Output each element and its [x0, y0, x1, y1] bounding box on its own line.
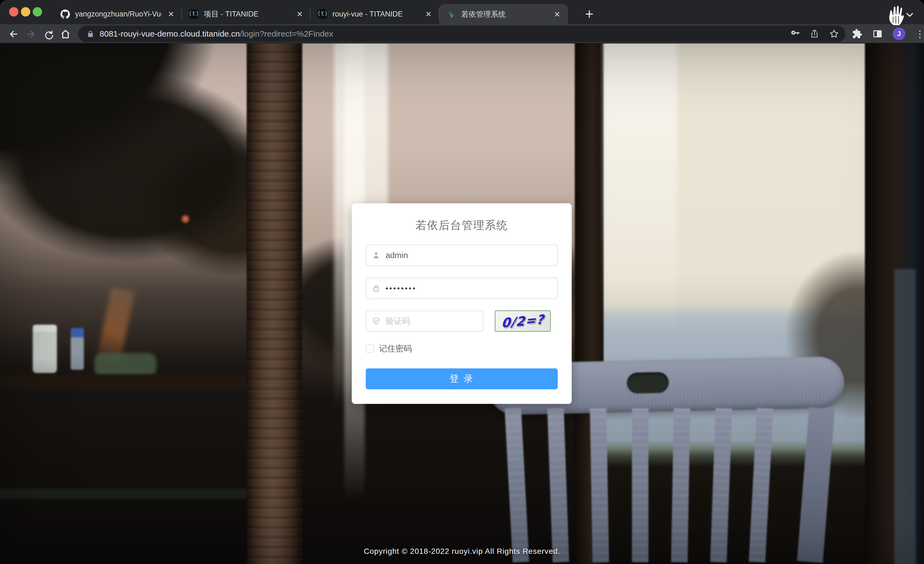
forward-icon[interactable] [24, 27, 38, 41]
tab-titanide-project[interactable]: ⟨t⟩ 项目 - TITANIDE ✕ [182, 4, 310, 24]
titanide-icon: ⟨t⟩ [318, 9, 327, 19]
lock-icon [372, 284, 381, 293]
browser-window: yangzongzhuan/RuoYi-Vue: (Ru ✕ ⟨t⟩ 项目 - … [0, 0, 924, 564]
tab-title: 若依管理系统 [461, 9, 548, 19]
login-title: 若依后台管理系统 [352, 218, 572, 233]
username-input[interactable] [381, 245, 557, 266]
macos-minimize-button[interactable] [21, 7, 30, 17]
chair-slat [590, 408, 609, 562]
bookmark-star-icon[interactable] [829, 29, 839, 39]
tab-titanide-rouyi-vue[interactable]: ⟨t⟩ rouyi-vue - TITANIDE ✕ [310, 4, 439, 24]
copyright-text: Copyright © 2018-2022 ruoyi.vip All Righ… [0, 547, 924, 556]
green-bag [94, 353, 156, 377]
captcha-input[interactable] [381, 311, 497, 331]
github-icon [60, 9, 70, 19]
remember-checkbox[interactable] [366, 344, 374, 353]
chair-slat [671, 408, 690, 562]
reload-icon[interactable] [42, 27, 55, 41]
password-field [366, 278, 558, 299]
side-panel-icon[interactable] [872, 29, 883, 39]
browser-toolbar: 8081-rouyi-vue-demo.cloud.titanide.cn/lo… [0, 24, 924, 44]
profile-avatar[interactable]: J [892, 27, 905, 40]
new-tab-button[interactable]: + [581, 6, 598, 23]
hand-cursor-icon [885, 2, 908, 29]
user-icon [372, 251, 381, 260]
url-text: 8081-rouyi-vue-demo.cloud.titanide.cn/lo… [99, 29, 333, 39]
close-icon[interactable]: ✕ [552, 10, 562, 19]
tab-title: rouyi-vue - TITANIDE [333, 10, 419, 18]
table-edge [0, 374, 249, 390]
bottle [70, 328, 84, 370]
captcha-text: 0/2=? [501, 312, 544, 331]
close-icon[interactable]: ✕ [166, 9, 176, 19]
lock-icon [86, 30, 94, 38]
close-icon[interactable]: ✕ [295, 9, 304, 19]
chair-slat [632, 408, 648, 562]
orange-light-blur [181, 215, 190, 223]
captcha-field [366, 311, 483, 331]
login-button[interactable]: 登 录 [366, 368, 558, 389]
page-viewport: 若依后台管理系统 0/2=? 记住密码 登 录 Copyri [0, 44, 924, 564]
home-icon[interactable] [59, 27, 72, 41]
remember-row: 记住密码 [366, 343, 412, 354]
shield-check-icon [372, 317, 381, 325]
share-icon[interactable] [810, 29, 819, 39]
macos-close-button[interactable] [9, 7, 18, 17]
paper-cup [33, 325, 57, 373]
ruoyi-leaf-icon [446, 9, 456, 19]
kebab-menu-icon[interactable]: ⋮ [915, 29, 924, 39]
tabs-container: yangzongzhuan/RuoYi-Vue: (Ru ✕ ⟨t⟩ 项目 - … [53, 4, 568, 24]
back-icon[interactable] [7, 27, 20, 41]
tab-title: yangzongzhuan/RuoYi-Vue: (Ru [75, 10, 161, 18]
extensions-puzzle-icon[interactable] [852, 29, 862, 39]
window-sill [0, 489, 249, 499]
tab-github-ruoyi-vue[interactable]: yangzongzhuan/RuoYi-Vue: (Ru ✕ [53, 4, 182, 24]
curtain-fold-right [604, 44, 677, 332]
blue-reflection-band [894, 269, 916, 564]
password-key-icon[interactable] [790, 29, 800, 39]
close-icon[interactable]: ✕ [424, 9, 433, 19]
password-input[interactable] [381, 278, 557, 298]
url-path: /login?redirect=%2Findex [240, 29, 333, 38]
tab-title: 项目 - TITANIDE [204, 9, 290, 19]
macos-zoom-button[interactable] [33, 7, 42, 17]
address-bar[interactable]: 8081-rouyi-vue-demo.cloud.titanide.cn/lo… [78, 26, 845, 42]
tab-ruoyi-admin-active[interactable]: 若依管理系统 ✕ [439, 4, 568, 25]
chair-handle-cutout [627, 372, 669, 394]
tab-strip: yangzongzhuan/RuoYi-Vue: (Ru ✕ ⟨t⟩ 项目 - … [0, 0, 924, 24]
remember-label: 记住密码 [379, 343, 412, 354]
login-card: 若依后台管理系统 0/2=? 记住密码 登 录 [352, 203, 572, 404]
captcha-image[interactable]: 0/2=? [495, 311, 550, 331]
titanide-icon: ⟨t⟩ [189, 9, 199, 19]
url-host: 8081-rouyi-vue-demo.cloud.titanide.cn [99, 29, 240, 38]
wood-post [247, 44, 302, 564]
username-field [366, 245, 558, 266]
